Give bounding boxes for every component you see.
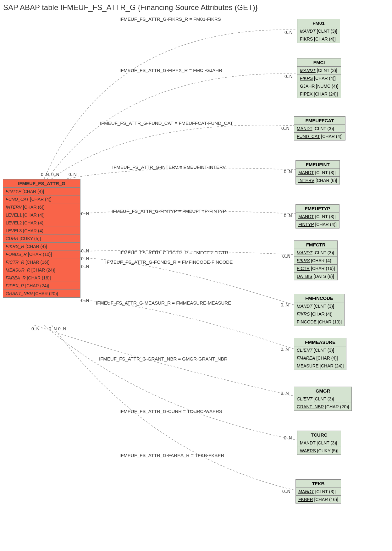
card-right-1: 0..N (284, 74, 293, 79)
ref-field-row: FIKRS [CHAR (4)] (297, 74, 341, 82)
ref-entity-header: FMFCTR (294, 241, 337, 249)
ref-field-row: MEASURE [CHAR (24)] (294, 362, 346, 370)
ref-field-row: FIKRS [CHAR (4)] (294, 310, 344, 318)
main-field-row: CURR [CUKY (5)] (3, 235, 80, 243)
main-field-row: FONDS_R [CHAR (10)] (3, 251, 80, 258)
rel-label-10: IFMEUF_FS_ATTR_G-FAREA_R = TFKB-FKBER (119, 453, 224, 458)
ref-entity: TCURCMANDT [CLNT (3)]WAERS [CUKY (5)] (297, 431, 341, 455)
main-field-row: FIPEX_R [CHAR (24)] (3, 282, 80, 290)
ref-entity-header: FMEUFTYP (296, 205, 339, 213)
main-field-row: FICTR_R [CHAR (16)] (3, 258, 80, 266)
main-field-row: FINTYP [CHAR (4)] (3, 188, 80, 196)
rel-label-6: IFMEUF_FS_ATTR_G-FONDS_R = FMFINCODE-FIN… (105, 259, 233, 265)
ref-entity: TFKBMANDT [CLNT (3)]FKBER [CHAR (16)] (295, 479, 341, 504)
card-left-1: 0..N (51, 172, 59, 177)
main-field-row: LEVEL3 [CHAR (4)] (3, 227, 80, 235)
card-right-10: 0..N (282, 489, 290, 494)
ref-field-row: FINCODE [CHAR (10)] (294, 318, 344, 326)
ref-field-row: FIKRS [CHAR (4)] (297, 35, 340, 43)
ref-field-row: MANDT [CLNT (3)] (297, 27, 340, 35)
page-title: SAP ABAP table IFMEUF_FS_ATTR_G {Financi… (3, 3, 392, 12)
rel-label-7: IFMEUF_FS_ATTR_G-MEASUR_R = FMMEASURE-ME… (96, 300, 231, 306)
rel-label-8: IFMEUF_FS_ATTR_G-GRANT_NBR = GMGR-GRANT_… (99, 356, 228, 361)
ref-field-row: WAERS [CUKY (5)] (297, 447, 341, 455)
ref-field-row: MANDT [CLNT (3)] (294, 249, 337, 257)
card-right-0: 0..N (284, 30, 293, 35)
ref-entity: FMEUFFCATMANDT [CLNT (3)]FUND_CAT [CHAR … (294, 116, 345, 141)
ref-field-row: DATBIS [DATS (8)] (294, 273, 337, 280)
ref-field-row: CLIENT [CLNT (3)] (294, 395, 351, 403)
ref-field-row: GJAHR [NUMC (4)] (297, 82, 341, 90)
rel-label-0: IFMEUF_FS_ATTR_G-FIKRS_R = FM01-FIKRS (119, 16, 221, 22)
ref-field-row: FINTYP [CHAR (4)] (296, 221, 339, 228)
ref-field-row: FICTR [CHAR (16)] (294, 265, 337, 273)
rel-label-9: IFMEUF_FS_ATTR_G-CURR = TCURC-WAERS (119, 409, 222, 414)
card-right-3: 0..N (284, 169, 292, 174)
ref-entity-header: FM01 (297, 19, 340, 27)
card-left-10: 0..N (58, 326, 66, 331)
card-left-5: 0..N (81, 256, 89, 261)
ref-field-row: MANDT [CLNT (3)] (294, 125, 345, 133)
card-left-9: 0..N (49, 326, 57, 331)
ref-field-row: MANDT [CLNT (3)] (296, 169, 340, 177)
ref-entity: FMMEASURECLIENT [CLNT (3)]FMAREA [CHAR (… (294, 338, 346, 370)
ref-field-row: MANDT [CLNT (3)] (296, 488, 341, 496)
rel-label-1: IFMEUF_FS_ATTR_G-FIPEX_R = FMCI-GJAHR (119, 68, 222, 73)
card-right-5: 0..N (282, 254, 290, 259)
ref-field-row: CLIENT [CLNT (3)] (294, 346, 346, 354)
ref-field-row: FIKRS [CHAR (4)] (294, 257, 337, 265)
ref-entity-header: FMCI (297, 58, 341, 67)
main-field-row: FUND_CAT [CHAR (4)] (3, 196, 80, 203)
card-left-0: 0..N (41, 172, 49, 177)
rel-label-5: IFMEUF_FS_ATTR_G-FICTR_R = FMFCTR-FICTR (119, 250, 228, 255)
card-left-7: 0..N (81, 298, 89, 303)
main-field-row: LEVEL1 [CHAR (4)] (3, 211, 80, 219)
main-field-row: GRANT_NBR [CHAR (20)] (3, 290, 80, 297)
card-right-4: 0..N (284, 213, 292, 218)
ref-entity: FMFCTRMANDT [CLNT (3)]FIKRS [CHAR (4)]FI… (294, 240, 338, 280)
ref-field-row: MANDT [CLNT (3)] (297, 439, 341, 447)
ref-entity-header: TFKB (296, 480, 341, 488)
ref-field-row: FMAREA [CHAR (4)] (294, 354, 346, 362)
ref-entity: FMEUFTYPMANDT [CLNT (3)]FINTYP [CHAR (4)… (295, 204, 340, 229)
card-left-3: 0..N (81, 211, 89, 216)
ref-entity-header: GMGR (294, 387, 351, 395)
ref-field-row: FUND_CAT [CHAR (4)] (294, 133, 345, 140)
ref-entity: FMCIMANDT [CLNT (3)]FIKRS [CHAR (4)]GJAH… (297, 58, 341, 98)
ref-entity: FMFINCODEMANDT [CLNT (3)]FIKRS [CHAR (4)… (294, 294, 345, 326)
main-entity: IFMEUF_FS_ATTR_G FINTYP [CHAR (4)]FUND_C… (3, 179, 80, 298)
card-left-4: 0..N (81, 248, 89, 253)
ref-entity-header: FMEUFINT (296, 161, 340, 169)
ref-field-row: MANDT [CLNT (3)] (297, 67, 341, 74)
ref-entity: FMEUFINTMANDT [CLNT (3)]INTERV [CHAR (6)… (295, 160, 340, 185)
main-field-row: FIKRS_R [CHAR (4)] (3, 243, 80, 251)
ref-field-row: MANDT [CLNT (3)] (294, 302, 344, 310)
card-right-2: 0..N (281, 126, 290, 131)
main-field-row: INTERV [CHAR (6)] (3, 203, 80, 211)
ref-field-row: FIPEX [CHAR (24)] (297, 90, 341, 98)
ref-field-row: FKBER [CHAR (16)] (296, 496, 341, 503)
card-right-7: 0..N (281, 347, 289, 352)
rel-label-2: IFMEUF_FS_ATTR_G-FUND_CAT = FMEUFFCAT-FU… (100, 120, 233, 126)
main-entity-header: IFMEUF_FS_ATTR_G (3, 179, 80, 188)
ref-entity-header: FMFINCODE (294, 294, 344, 302)
ref-field-row: GRANT_NBR [CHAR (20)] (294, 403, 351, 410)
ref-entity: FM01MANDT [CLNT (3)]FIKRS [CHAR (4)] (297, 19, 340, 43)
ref-entity-header: FMMEASURE (294, 338, 346, 346)
card-left-6: 0..N (81, 264, 89, 269)
card-right-9: 0..N (284, 435, 292, 440)
main-field-row: FAREA_R [CHAR (16)] (3, 274, 80, 282)
card-left-2: 0..N (69, 172, 77, 177)
ref-field-row: INTERV [CHAR (6)] (296, 177, 340, 184)
ref-entity: GMGRCLIENT [CLNT (3)]GRANT_NBR [CHAR (20… (294, 387, 352, 411)
ref-field-row: MANDT [CLNT (3)] (296, 213, 339, 221)
rel-label-4: IFMEUF_FS_ATTR_G-FINTYP = FMEUFTYP-FINTY… (112, 208, 226, 214)
card-left-8: 0..N (31, 326, 40, 331)
card-right-6: 0..N (281, 302, 289, 307)
card-right-8: 0..N (281, 391, 289, 396)
main-field-row: LEVEL2 [CHAR (4)] (3, 219, 80, 227)
ref-entity-header: TCURC (297, 431, 341, 439)
ref-entity-header: FMEUFFCAT (294, 117, 345, 125)
rel-label-3: IFMEUF_FS_ATTR_G-INTERV = FMEUFINT-INTER… (112, 164, 226, 170)
main-field-row: MEASUR_R [CHAR (24)] (3, 266, 80, 274)
